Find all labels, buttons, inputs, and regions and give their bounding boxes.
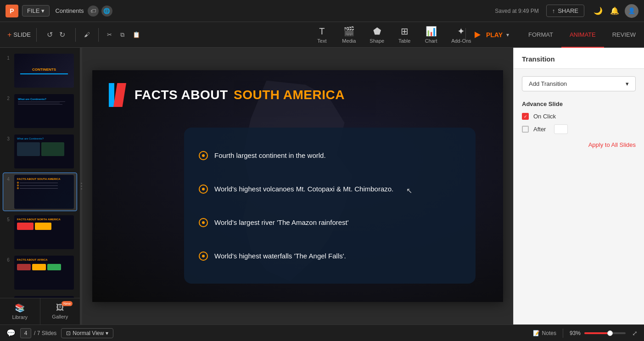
fact-item-4: World's highest waterfalls 'The Angel Fa… xyxy=(199,252,461,261)
top-bar: P FILE ▾ Continents 🏷 🌐 Saved at 9:49 PM… xyxy=(0,0,644,22)
slide-thumbnail: CONTINENTS xyxy=(14,54,74,88)
notes-button[interactable]: 📝 Notes xyxy=(533,330,556,336)
right-tab-group: FORMAT ANIMATE REVIEW xyxy=(520,22,644,48)
accent-bar-red xyxy=(113,83,126,107)
copy-button[interactable]: ⧉ xyxy=(118,29,127,40)
after-checkbox[interactable] xyxy=(522,126,529,133)
slide-indicator: 4 / 7 Slides xyxy=(20,328,56,338)
fact-item-2: World's highest volcanoes Mt. Cotopaxi &… xyxy=(199,184,461,194)
tool-group: T Text 🎬 Media ⬟ Shape ⊞ Table 📊 Chart ✦… xyxy=(309,23,477,46)
slide-thumbnail: FACTS ABOUT AFRICA xyxy=(14,256,74,290)
chat-icon[interactable]: 💬 xyxy=(6,329,16,337)
slide-thumbnail-active: FACTS ABOUT SOUTH AMERICA xyxy=(14,175,74,209)
slide-item[interactable]: 2 What are Continents? xyxy=(3,92,77,130)
slide-thumbnail: FACTS ABOUT NORTH AMERICA xyxy=(14,215,74,249)
share-button[interactable]: ↑ SHARE xyxy=(546,5,584,17)
slide-thumbnail: What are Continents? xyxy=(14,94,74,128)
play-button[interactable] xyxy=(471,28,484,41)
fact-text: World's highest waterfalls 'The Angel Fa… xyxy=(214,252,346,260)
accent-bar-blue xyxy=(109,83,114,107)
media-tool[interactable]: 🎬 Media xyxy=(336,23,362,46)
right-panel: Transition Add Transition ▾ Advance Slid… xyxy=(513,48,644,324)
play-dropdown-icon[interactable]: ▾ xyxy=(504,31,511,39)
table-tool[interactable]: ⊞ Table xyxy=(392,23,417,46)
after-label: After xyxy=(533,126,546,133)
text-tool[interactable]: T Text xyxy=(309,23,335,46)
slide-content: FACTS ABOUT SOUTH AMERICA Fourth largest… xyxy=(92,70,503,302)
notifications-icon[interactable]: 🔔 xyxy=(608,5,621,17)
app-logo: P xyxy=(6,5,18,17)
on-click-label: On Click xyxy=(533,113,556,120)
apply-to-all-link[interactable]: Apply to All Slides xyxy=(522,141,636,148)
panel-bottom: 📚 Library New 🖼 Gallery xyxy=(0,298,80,324)
slide-title-orange: SOUTH AMERICA xyxy=(234,88,345,102)
slide-thumbnail: What are Continents? xyxy=(14,134,74,168)
slide-item[interactable]: 3 What are Continents? xyxy=(3,132,77,171)
panel-title: Transition xyxy=(522,55,636,63)
fact-text: World's largest river 'The Amazon rainfo… xyxy=(214,218,349,226)
shape-tool[interactable]: ⬟ Shape xyxy=(363,23,391,46)
slide-thumbnail: FACTS ABOUT EUROPE xyxy=(14,296,74,298)
user-avatar[interactable]: 👤 xyxy=(625,4,638,18)
gallery-button[interactable]: New 🖼 Gallery xyxy=(40,298,80,324)
slide-title-white: FACTS ABOUT xyxy=(134,88,228,102)
zoom-area: 📝 Notes 93% ⤢ xyxy=(533,329,638,338)
tab-format[interactable]: FORMAT xyxy=(520,22,561,48)
right-panel-body: Add Transition ▾ Advance Slide ✓ On Clic… xyxy=(514,69,644,324)
after-row: After xyxy=(522,124,636,134)
undo-button[interactable]: ↺ xyxy=(44,28,56,41)
chart-tool[interactable]: 📊 Chart xyxy=(418,23,444,46)
cut-button[interactable]: ✂ xyxy=(104,29,115,40)
after-value-input[interactable] xyxy=(554,124,568,134)
save-status-icon: 🏷 xyxy=(88,6,99,17)
paste-button[interactable]: 📋 xyxy=(130,29,143,40)
slide-item[interactable]: 6 FACTS ABOUT AFRICA xyxy=(3,253,77,292)
document-title: Continents xyxy=(55,7,84,14)
save-status-text: Saved at 9:49 PM xyxy=(495,8,538,14)
fact-bullet xyxy=(199,151,208,160)
bottom-bar: 💬 4 / 7 Slides ⊡ Normal View ▾ 📝 Notes 9… xyxy=(0,324,644,341)
play-controls: PLAY ▾ xyxy=(463,28,511,42)
file-menu-button[interactable]: FILE ▾ xyxy=(22,5,50,17)
zoom-level: 93% xyxy=(570,330,581,336)
fact-bullet xyxy=(199,218,208,227)
fact-text: Fourth largest continent in the world. xyxy=(214,151,326,159)
on-click-row: ✓ On Click xyxy=(522,113,636,120)
on-click-checkbox[interactable]: ✓ xyxy=(522,113,529,120)
redo-button[interactable]: ↻ xyxy=(56,28,68,41)
slide-panel: 1 CONTINENTS 2 What are Continents? 3 xyxy=(0,48,80,324)
zoom-slider[interactable] xyxy=(584,332,626,334)
slide-list: 1 CONTINENTS 2 What are Continents? 3 xyxy=(0,48,80,298)
play-label[interactable]: PLAY xyxy=(486,31,503,39)
fact-box: Fourth largest continent in the world. W… xyxy=(184,128,476,284)
tab-animate[interactable]: ANIMATE xyxy=(561,22,604,48)
slide-item[interactable]: 5 FACTS ABOUT NORTH AMERICA xyxy=(3,213,77,252)
view-selector[interactable]: ⊡ Normal View ▾ xyxy=(61,328,113,338)
add-transition-button[interactable]: Add Transition ▾ xyxy=(522,76,636,91)
fullscreen-button[interactable]: ⤢ xyxy=(632,330,638,337)
fact-text: World's highest volcanoes Mt. Cotopaxi &… xyxy=(214,185,393,193)
main-area: 1 CONTINENTS 2 What are Continents? 3 xyxy=(0,48,644,324)
theme-toggle-icon[interactable]: 🌙 xyxy=(592,5,605,17)
fact-item-3: World's largest river 'The Amazon rainfo… xyxy=(199,218,461,227)
fact-bullet xyxy=(199,252,208,261)
slide-canvas[interactable]: FACTS ABOUT SOUTH AMERICA Fourth largest… xyxy=(92,70,503,302)
tab-review[interactable]: REVIEW xyxy=(604,22,644,48)
current-slide-number[interactable]: 4 xyxy=(20,328,31,338)
fact-item-1: Fourth largest continent in the world. xyxy=(199,151,461,160)
library-button[interactable]: 📚 Library xyxy=(0,298,40,324)
toolbar: + SLIDE ↺ ↻ 🖌 ✂ ⧉ 📋 T Text 🎬 Media ⬟ Sha… xyxy=(0,22,644,48)
right-panel-header: Transition xyxy=(514,48,644,69)
globe-icon[interactable]: 🌐 xyxy=(101,6,112,17)
canvas-area: FACTS ABOUT SOUTH AMERICA Fourth largest… xyxy=(82,48,513,324)
advance-slide-section-title: Advance Slide xyxy=(522,101,636,107)
slide-item[interactable]: 1 CONTINENTS xyxy=(3,51,77,90)
slide-total-label: / 7 Slides xyxy=(34,330,56,336)
add-slide-button[interactable]: + SLIDE xyxy=(7,31,31,39)
slide-item[interactable]: 7 FACTS ABOUT EUROPE xyxy=(3,294,77,298)
fact-bullet xyxy=(199,184,208,194)
slide-item-active[interactable]: 4 FACTS ABOUT SOUTH AMERICA xyxy=(3,173,77,211)
format-paint-button[interactable]: 🖌 xyxy=(81,29,93,40)
